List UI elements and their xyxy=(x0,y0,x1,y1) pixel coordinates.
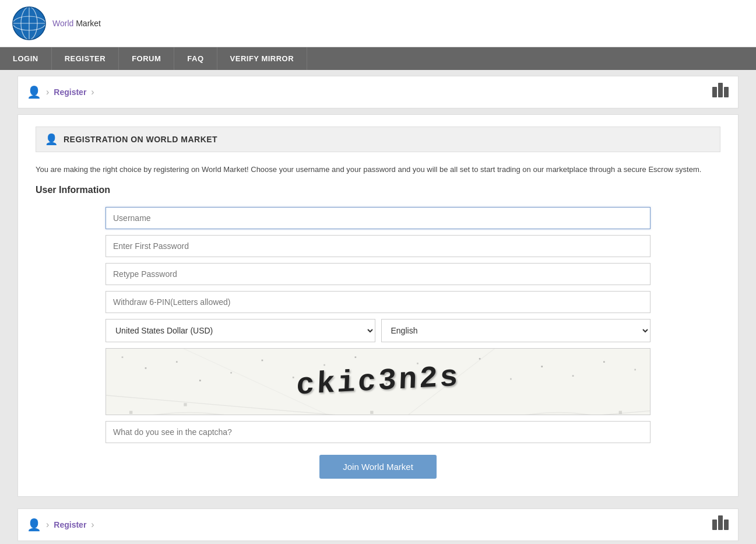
svg-rect-8 xyxy=(724,87,729,97)
breadcrumb-label: Register xyxy=(54,87,86,97)
join-button[interactable]: Join World Market xyxy=(319,455,437,479)
language-select[interactable]: English Spanish French German xyxy=(381,319,651,342)
currency-select[interactable]: United States Dollar (USD) Bitcoin (BTC)… xyxy=(106,319,375,342)
nav-verify-mirror[interactable]: VERIFY MIRROR xyxy=(217,47,308,70)
svg-rect-26 xyxy=(634,368,636,370)
globe-icon xyxy=(12,6,47,41)
svg-rect-15 xyxy=(293,377,294,378)
registration-description: You are making the right choice by regis… xyxy=(36,164,720,176)
breadcrumb-arrow: › xyxy=(46,87,49,97)
retype-password-input[interactable] xyxy=(106,263,650,285)
breadcrumb-bottom-arrow2: › xyxy=(91,520,94,530)
svg-rect-9 xyxy=(122,356,124,358)
svg-rect-17 xyxy=(355,356,357,358)
svg-rect-31 xyxy=(129,410,132,413)
site-title-market: Market xyxy=(73,19,101,28)
breadcrumb-bottom-label: Register xyxy=(54,520,86,529)
selects-row: United States Dollar (USD) Bitcoin (BTC)… xyxy=(106,319,650,342)
svg-rect-10 xyxy=(145,367,147,369)
main-content: 👤 REGISTRATION ON WORLD MARKET You are m… xyxy=(17,114,739,497)
pin-input[interactable] xyxy=(106,291,650,313)
user-add-icon-bottom: 👤 xyxy=(27,518,41,532)
svg-rect-47 xyxy=(619,410,622,413)
svg-rect-11 xyxy=(176,361,178,363)
svg-rect-7 xyxy=(718,83,723,97)
svg-rect-12 xyxy=(199,380,201,381)
svg-rect-25 xyxy=(603,361,605,363)
breadcrumb-top: 👤 › Register › xyxy=(17,76,739,108)
svg-rect-14 xyxy=(262,359,263,361)
site-header: World Market xyxy=(0,0,756,47)
svg-rect-22 xyxy=(510,378,512,380)
svg-rect-6 xyxy=(712,87,717,97)
svg-rect-24 xyxy=(572,375,574,377)
nav-register[interactable]: REGISTER xyxy=(52,47,119,70)
site-map-icon-bottom xyxy=(712,515,729,535)
user-add-icon: 👤 xyxy=(27,85,41,99)
password-input[interactable] xyxy=(106,235,650,257)
username-input[interactable] xyxy=(106,207,650,229)
captcha-input[interactable] xyxy=(106,421,650,443)
nav-login[interactable]: LOGIN xyxy=(0,47,52,70)
registration-header: 👤 REGISTRATION ON WORLD MARKET xyxy=(36,127,720,152)
breadcrumb-arrow2: › xyxy=(91,87,94,97)
breadcrumb-left: 👤 › Register › xyxy=(27,85,94,99)
navbar: LOGIN REGISTER FORUM FAQ VERIFY MIRROR xyxy=(0,47,756,70)
user-information-title: User Information xyxy=(36,185,720,195)
breadcrumb-bottom-left: 👤 › Register › xyxy=(27,518,94,532)
registration-header-icon: 👤 xyxy=(45,133,58,146)
svg-rect-23 xyxy=(541,366,543,367)
breadcrumb-bottom-arrow: › xyxy=(46,520,49,530)
site-title: World Market xyxy=(52,19,101,28)
nav-faq[interactable]: FAQ xyxy=(174,47,217,70)
svg-rect-33 xyxy=(184,403,187,406)
svg-rect-61 xyxy=(718,515,723,530)
nav-forum[interactable]: FORUM xyxy=(119,47,174,70)
svg-rect-16 xyxy=(324,364,325,366)
captcha-image: ckic3n2s xyxy=(106,348,650,415)
registration-form: United States Dollar (USD) Bitcoin (BTC)… xyxy=(36,207,720,479)
breadcrumb-bottom: 👤 › Register › xyxy=(17,508,739,541)
svg-rect-13 xyxy=(230,372,232,374)
svg-rect-39 xyxy=(370,410,373,413)
logo-area[interactable]: World Market xyxy=(12,6,101,41)
svg-rect-60 xyxy=(712,520,717,530)
registration-header-title: REGISTRATION ON WORLD MARKET xyxy=(64,135,217,144)
site-title-world: World xyxy=(52,19,73,28)
site-map-icon xyxy=(712,82,729,102)
svg-rect-62 xyxy=(724,520,729,530)
